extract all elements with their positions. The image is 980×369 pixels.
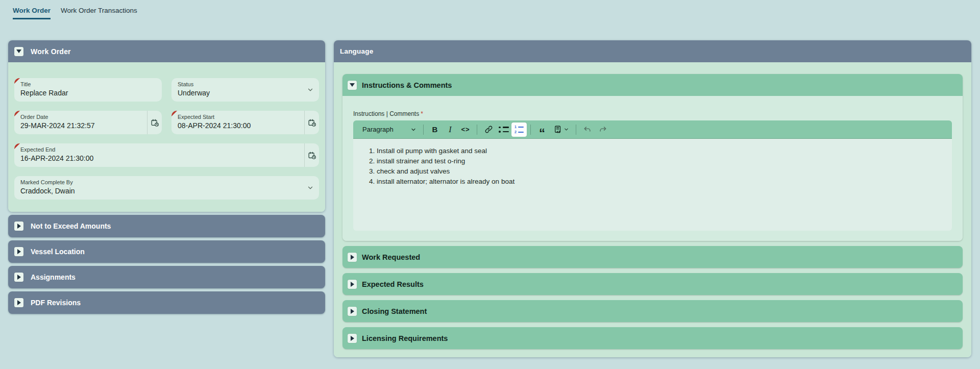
instructions-comments-header[interactable]: Instructions & Comments <box>342 74 963 96</box>
blockquote-button[interactable]: “ <box>534 122 550 137</box>
triangle-right-icon <box>17 224 21 229</box>
chevron-down-icon <box>307 86 314 93</box>
section-closing-statement[interactable]: Closing Statement <box>342 300 963 322</box>
order-date-field-value: 29-MAR-2024 21:32:57 <box>20 121 141 130</box>
link-button[interactable] <box>481 122 496 137</box>
bold-button[interactable]: B <box>427 122 443 137</box>
paragraph-style-value: Paragraph <box>362 126 394 133</box>
bulleted-list-icon <box>499 127 509 133</box>
paragraph-style-dropdown[interactable]: Paragraph <box>358 122 420 137</box>
toolbar-divider <box>576 125 576 135</box>
work-order-panel: Work Order Title Replace Radar Status Un… <box>8 40 325 212</box>
triangle-right-icon <box>17 300 21 305</box>
toolbar-divider <box>477 125 477 135</box>
triangle-right-icon <box>17 275 21 280</box>
work-order-panel-header[interactable]: Work Order <box>8 40 325 62</box>
order-date-field[interactable]: Order Date 29-MAR-2024 21:32:57 <box>14 111 162 134</box>
expected-start-field-value: 08-APR-2024 21:30:00 <box>178 121 298 130</box>
expected-end-field-label: Expected End <box>20 146 298 153</box>
section-work-requested[interactable]: Work Requested <box>342 246 963 268</box>
expected-start-picker-button[interactable] <box>304 111 319 134</box>
list-item: install strainer and test o-ring <box>377 156 944 166</box>
title-field[interactable]: Title Replace Radar <box>14 78 162 102</box>
expected-end-field[interactable]: Expected End 16-APR-2024 21:30:00 <box>14 143 319 167</box>
section-expected-results[interactable]: Expected Results <box>342 273 963 295</box>
redo-button[interactable] <box>595 122 610 137</box>
marked-complete-by-label: Marked Complete By <box>20 179 313 185</box>
expected-end-field-value: 16-APR-2024 21:30:00 <box>20 154 298 162</box>
insert-template-button[interactable] <box>550 122 572 137</box>
instructions-comments-section: Instructions & Comments Instructions | C… <box>342 74 963 241</box>
list-item: Install oil pump with gasket and seal <box>377 146 944 156</box>
required-asterisk: * <box>421 110 423 117</box>
calendar-clock-icon <box>308 118 316 127</box>
collapse-collapsed-button[interactable] <box>14 273 23 282</box>
triangle-right-icon <box>351 309 354 314</box>
instructions-comments-content: Instructions | Comments* Paragraph B I <… <box>342 96 963 241</box>
section-title: Assignments <box>31 273 76 281</box>
triangle-right-icon <box>351 336 354 341</box>
language-panel-title: Language <box>340 47 373 55</box>
work-order-column: Work Order Title Replace Radar Status Un… <box>8 40 325 314</box>
section-licensing-requirements[interactable]: Licensing Requirements <box>342 327 963 349</box>
collapse-expanded-button[interactable] <box>14 47 23 56</box>
marked-complete-by-value: Craddock, Dwain <box>20 187 313 195</box>
order-date-picker-button[interactable] <box>147 111 162 134</box>
title-field-value: Replace Radar <box>20 89 156 97</box>
work-order-panel-title: Work Order <box>31 47 71 56</box>
collapse-collapsed-button[interactable] <box>348 307 357 316</box>
collapse-collapsed-button[interactable] <box>348 253 357 262</box>
work-order-form: Title Replace Radar Status Underway <box>8 62 325 212</box>
expected-start-field-label: Expected Start <box>178 114 298 120</box>
status-select-label: Status <box>178 81 313 87</box>
collapse-collapsed-button[interactable] <box>348 334 357 343</box>
section-vessel-location[interactable]: Vessel Location <box>8 240 325 263</box>
collapse-collapsed-button[interactable] <box>14 222 23 231</box>
collapse-collapsed-button[interactable] <box>348 280 357 289</box>
triangle-down-icon <box>350 83 355 87</box>
editor-toolbar: Paragraph B I <> <box>353 120 952 139</box>
calendar-clock-icon <box>308 151 316 160</box>
collapse-expanded-button[interactable] <box>348 81 357 90</box>
calendar-clock-icon <box>151 118 159 127</box>
language-panel-body: Instructions & Comments Instructions | C… <box>334 62 971 357</box>
toolbar-divider <box>423 125 424 135</box>
code-button[interactable]: <> <box>458 122 473 137</box>
section-title: Work Requested <box>362 253 420 261</box>
section-title: Vessel Location <box>31 248 85 256</box>
chevron-down-icon <box>307 184 314 191</box>
numbered-list-button[interactable]: 1 2 <box>511 122 527 137</box>
marked-complete-by-select[interactable]: Marked Complete By Craddock, Dwain <box>14 176 319 200</box>
collapse-collapsed-button[interactable] <box>14 247 23 256</box>
list-item: install alternator; alternator is alread… <box>377 177 944 187</box>
section-title: Licensing Requirements <box>362 334 448 342</box>
order-date-field-label: Order Date <box>20 114 141 120</box>
section-title: PDF Revisions <box>31 299 81 307</box>
expected-end-picker-button[interactable] <box>304 143 319 167</box>
section-title: Closing Statement <box>362 307 427 315</box>
bulleted-list-button[interactable] <box>496 122 511 137</box>
redo-icon <box>598 125 607 134</box>
section-title: Expected Results <box>362 280 424 288</box>
numbered-list-icon: 1 2 <box>514 125 524 134</box>
status-select-value: Underway <box>178 89 313 97</box>
section-title: Instructions & Comments <box>362 81 452 89</box>
rich-text-editor[interactable]: Install oil pump with gasket and seal in… <box>353 139 952 231</box>
section-not-to-exceed-amounts[interactable]: Not to Exceed Amounts <box>8 215 325 237</box>
italic-button[interactable]: I <box>443 122 458 137</box>
section-assignments[interactable]: Assignments <box>8 266 325 288</box>
collapse-collapsed-button[interactable] <box>14 298 23 307</box>
triangle-right-icon <box>351 282 354 287</box>
status-select[interactable]: Status Underway <box>172 78 319 102</box>
list-item: check and adjust valves <box>377 166 944 177</box>
tab-work-order-transactions[interactable]: Work Order Transactions <box>61 7 137 19</box>
instructions-list: Install oil pump with gasket and seal in… <box>361 146 944 187</box>
section-title: Not to Exceed Amounts <box>31 222 111 230</box>
undo-button[interactable] <box>580 122 595 137</box>
expected-start-field[interactable]: Expected Start 08-APR-2024 21:30:00 <box>172 111 319 134</box>
language-column: Language Instructions & Comments Instruc… <box>334 40 971 357</box>
chevron-down-icon <box>410 127 416 133</box>
section-pdf-revisions[interactable]: PDF Revisions <box>8 291 325 314</box>
tab-work-order[interactable]: Work Order <box>13 7 51 19</box>
chevron-down-icon <box>564 127 569 132</box>
